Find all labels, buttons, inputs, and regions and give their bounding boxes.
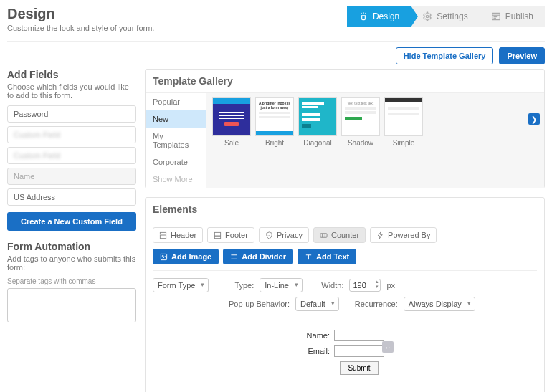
resize-handle[interactable]: ↔ [382, 341, 394, 353]
elements-title: Elements [146, 198, 544, 221]
template-gallery-panel: Template Gallery Popular New My Template… [145, 69, 545, 188]
divider-icon [230, 253, 238, 261]
gallery-cat-new[interactable]: New [146, 110, 206, 128]
field-item-blurred[interactable]: Custom Field [7, 147, 136, 164]
chip-footer[interactable]: Footer [207, 227, 254, 243]
preview-email-input[interactable] [334, 345, 384, 357]
svg-rect-6 [160, 235, 166, 239]
field-item-name[interactable]: Name [7, 168, 136, 185]
svg-point-0 [427, 15, 429, 18]
width-unit: px [386, 281, 395, 290]
automation-sub: Add tags to anyone who submits this form… [7, 254, 136, 272]
page-subtitle: Customize the look and style of your for… [7, 24, 154, 32]
stepper: Design Settings Publish [347, 6, 545, 27]
form-type-select[interactable]: Form Type [153, 278, 209, 292]
popup-select[interactable]: Default [295, 297, 339, 311]
step-design[interactable]: Design [347, 6, 411, 27]
template-next-button[interactable]: ❯ [528, 113, 540, 125]
add-fields-sub: Choose which fields you would like to ad… [7, 82, 136, 100]
preview-name-label: Name: [305, 331, 330, 340]
hide-gallery-button[interactable]: Hide Template Gallery [396, 47, 494, 64]
gallery-cat-mytemplates[interactable]: My Templates [146, 128, 206, 153]
shield-icon [265, 231, 273, 239]
recurrence-label: Recurrence: [355, 300, 398, 308]
svg-rect-5 [160, 232, 166, 234]
template-bright[interactable]: A brighter inbox is just a form away Bri… [255, 97, 294, 147]
gallery-title: Template Gallery [146, 70, 544, 92]
design-icon [358, 11, 368, 21]
step-settings[interactable]: Settings [411, 6, 479, 27]
width-label: Width: [321, 281, 343, 290]
add-fields-title: Add Fields [7, 69, 136, 80]
automation-title: Form Automation [7, 241, 136, 252]
popup-label: Pop-up Behavior: [229, 300, 290, 308]
svg-point-13 [162, 255, 163, 257]
chip-powered[interactable]: Powered By [370, 227, 437, 243]
divider [7, 41, 545, 42]
preview-submit-button[interactable]: Submit [340, 361, 378, 375]
field-item-password[interactable]: Password [7, 105, 136, 123]
svg-rect-7 [214, 232, 220, 236]
svg-rect-8 [214, 236, 220, 238]
publish-icon [491, 11, 501, 21]
tags-input[interactable] [7, 288, 136, 322]
page-title: Design [7, 6, 154, 22]
add-text-button[interactable]: Add Text [298, 249, 356, 264]
type-select[interactable]: In-Line [260, 278, 303, 292]
recurrence-select[interactable]: Always Display [404, 297, 475, 311]
preview-name-input[interactable] [334, 330, 384, 341]
gallery-cat-showmore[interactable]: Show More [146, 171, 206, 188]
gallery-cat-corporate[interactable]: Corporate [146, 153, 206, 171]
template-shadow[interactable]: text text text text Shadow [341, 97, 380, 147]
image-icon [160, 253, 168, 261]
bolt-icon [376, 231, 384, 239]
preview-button[interactable]: Preview [499, 47, 545, 64]
width-input[interactable]: 190 [349, 279, 381, 292]
counter-icon [320, 231, 328, 239]
svg-rect-9 [320, 233, 327, 237]
template-simple[interactable]: Simple [384, 97, 423, 147]
text-icon [305, 253, 313, 261]
field-item-blurred[interactable]: Custom Field [7, 126, 136, 143]
chip-header[interactable]: Header [153, 227, 203, 243]
gear-icon [422, 11, 432, 21]
add-divider-button[interactable]: Add Divider [223, 249, 293, 264]
elements-panel: Elements Header Footer Privacy Counter P… [145, 197, 545, 392]
type-label: Type: [234, 281, 254, 290]
field-item-usaddress[interactable]: US Address [7, 188, 136, 206]
chip-privacy[interactable]: Privacy [259, 227, 309, 243]
gallery-cat-popular[interactable]: Popular [146, 93, 206, 110]
tags-hint: Separate tags with commas [7, 277, 136, 285]
chip-counter[interactable]: Counter [313, 227, 366, 243]
footer-icon [214, 231, 222, 239]
preview-email-label: Email: [305, 347, 330, 355]
template-diagonal[interactable]: Diagonal [298, 97, 337, 147]
create-custom-field-button[interactable]: Create a New Custom Field [7, 212, 136, 231]
add-image-button[interactable]: Add Image [153, 249, 219, 264]
step-publish[interactable]: Publish [480, 6, 545, 27]
template-sale[interactable]: Sale [212, 97, 251, 147]
header-icon [159, 231, 167, 239]
form-preview: Name: Email: Submit ↔ [153, 315, 537, 392]
